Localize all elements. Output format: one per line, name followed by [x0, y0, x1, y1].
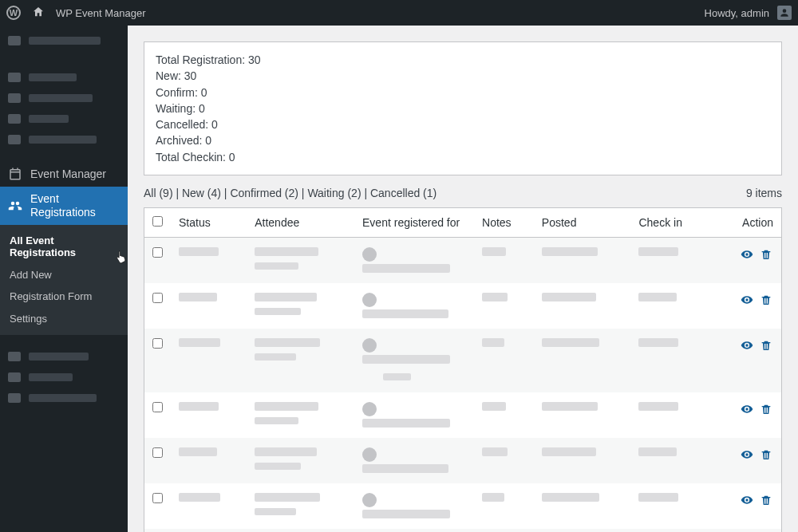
event-thumb	[362, 402, 377, 416]
submenu-item-settings[interactable]: Settings	[0, 308, 128, 330]
users-icon	[8, 199, 22, 213]
summary-total: Total Registration: 30	[156, 52, 770, 68]
menu-label: Event Registrations	[30, 192, 96, 219]
menu-item-placeholder[interactable]	[0, 88, 128, 108]
col-action: Action	[709, 208, 782, 238]
summary-new: New: 30	[156, 68, 770, 84]
trash-icon[interactable]	[759, 493, 773, 507]
row-checkbox[interactable]	[152, 447, 163, 458]
event-thumb	[362, 447, 377, 462]
row-checkbox[interactable]	[152, 293, 163, 303]
select-all-checkbox[interactable]	[152, 216, 163, 227]
menu-item-placeholder[interactable]	[0, 67, 128, 88]
event-thumb	[362, 338, 377, 353]
table-row	[144, 483, 782, 529]
view-icon[interactable]	[740, 493, 754, 507]
trash-icon[interactable]	[759, 247, 773, 262]
table-row	[144, 392, 782, 438]
event-thumb	[362, 293, 377, 307]
menu-item-placeholder[interactable]	[0, 367, 128, 388]
submenu-event-registrations: All Event Registrations Add New Registra…	[0, 225, 128, 335]
summary-cancelled: Cancelled: 0	[156, 116, 770, 132]
admin-sidebar: Event Manager Event Registrations All Ev…	[0, 26, 128, 532]
col-status[interactable]: Status	[171, 208, 247, 238]
trash-icon[interactable]	[759, 447, 773, 462]
table-row	[144, 238, 782, 284]
wordpress-logo-icon[interactable]: W	[6, 6, 21, 20]
menu-item-placeholder[interactable]	[0, 30, 128, 51]
menu-label: Event Manager	[30, 167, 106, 180]
event-thumb	[362, 247, 377, 262]
howdy-text[interactable]: Howdy, admin	[705, 7, 769, 19]
site-name[interactable]: WP Event Manager	[56, 7, 145, 19]
menu-item-event-manager[interactable]: Event Manager	[0, 161, 128, 187]
table-row	[144, 329, 782, 392]
row-checkbox[interactable]	[152, 338, 163, 349]
calendar-icon	[8, 167, 22, 181]
view-icon[interactable]	[740, 402, 754, 416]
summary-confirm: Confirm: 0	[156, 85, 770, 100]
table-row	[144, 283, 782, 329]
view-icon[interactable]	[740, 447, 754, 462]
trash-icon[interactable]	[759, 402, 773, 416]
user-avatar-icon[interactable]	[777, 6, 792, 20]
status-filters[interactable]: All (9) | New (4) | Confirmed (2) | Wait…	[144, 187, 437, 199]
items-count: 9 items	[746, 187, 782, 199]
view-icon[interactable]	[740, 293, 754, 307]
registration-summary: Total Registration: 30 New: 30 Confirm: …	[144, 41, 782, 175]
table-row	[144, 438, 782, 483]
menu-item-placeholder[interactable]	[0, 129, 128, 150]
col-checkin[interactable]: Check in	[630, 208, 709, 238]
submenu-item-add-new[interactable]: Add New	[0, 264, 128, 286]
col-attendee[interactable]: Attendee	[247, 208, 354, 238]
table-row	[144, 529, 782, 532]
view-icon[interactable]	[740, 338, 754, 353]
home-icon[interactable]	[32, 6, 45, 21]
menu-item-placeholder[interactable]	[0, 388, 128, 408]
col-event[interactable]: Event registered for	[354, 208, 474, 238]
submenu-item-all[interactable]: All Event Registrations	[0, 230, 128, 264]
col-notes[interactable]: Notes	[474, 208, 534, 238]
row-checkbox[interactable]	[152, 493, 163, 503]
trash-icon[interactable]	[759, 338, 773, 353]
view-icon[interactable]	[740, 247, 754, 262]
filter-row: All (9) | New (4) | Confirmed (2) | Wait…	[144, 187, 782, 199]
summary-checkin: Total Checkin: 0	[156, 149, 770, 165]
main-content: Total Registration: 30 New: 30 Confirm: …	[128, 26, 798, 532]
submenu-label: All Event Registrations	[10, 234, 118, 259]
menu-item-placeholder[interactable]	[0, 346, 128, 367]
col-posted[interactable]: Posted	[534, 208, 631, 238]
menu-item-event-registrations[interactable]: Event Registrations	[0, 187, 128, 225]
admin-bar: W WP Event Manager Howdy, admin	[0, 0, 798, 26]
summary-waiting: Waiting: 0	[156, 100, 770, 116]
row-checkbox[interactable]	[152, 402, 163, 412]
trash-icon[interactable]	[759, 293, 773, 307]
summary-archived: Archived: 0	[156, 132, 770, 148]
menu-item-placeholder[interactable]	[0, 108, 128, 129]
row-checkbox[interactable]	[152, 247, 163, 258]
registrations-table: Status Attendee Event registered for Not…	[144, 207, 782, 532]
event-thumb	[362, 493, 377, 507]
submenu-item-registration-form[interactable]: Registration Form	[0, 286, 128, 308]
